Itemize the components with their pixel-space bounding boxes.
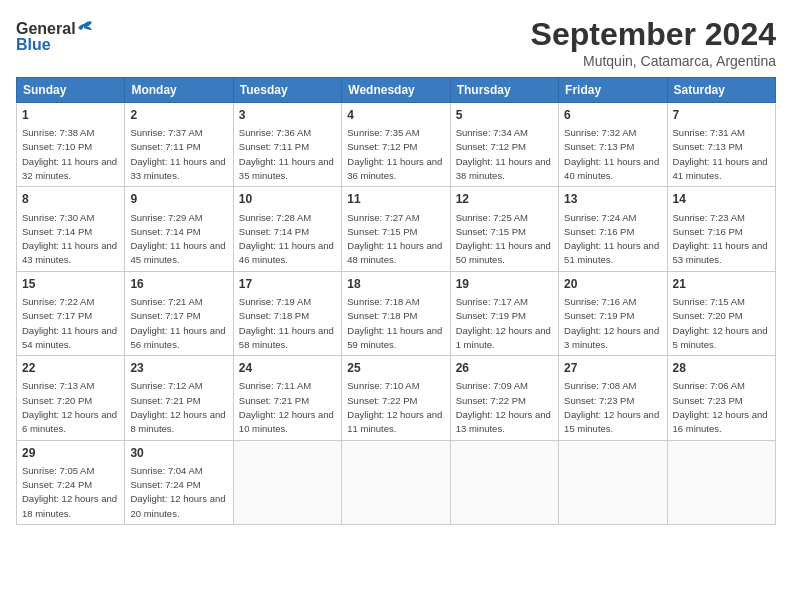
- day-of-week-header: Friday: [559, 78, 667, 103]
- svg-text:General: General: [16, 20, 76, 37]
- calendar-day-cell: 5 Sunrise: 7:34 AMSunset: 7:12 PMDayligh…: [450, 103, 558, 187]
- calendar-day-cell: 2 Sunrise: 7:37 AMSunset: 7:11 PMDayligh…: [125, 103, 233, 187]
- day-number: 26: [456, 360, 553, 376]
- calendar-day-cell: 15 Sunrise: 7:22 AMSunset: 7:17 PMDaylig…: [17, 271, 125, 355]
- calendar-day-cell: 20 Sunrise: 7:16 AMSunset: 7:19 PMDaylig…: [559, 271, 667, 355]
- day-number: 19: [456, 276, 553, 292]
- day-info: Sunrise: 7:31 AMSunset: 7:13 PMDaylight:…: [673, 127, 768, 181]
- calendar-day-cell: 22 Sunrise: 7:13 AMSunset: 7:20 PMDaylig…: [17, 356, 125, 440]
- calendar-day-cell: 26 Sunrise: 7:09 AMSunset: 7:22 PMDaylig…: [450, 356, 558, 440]
- day-number: 14: [673, 191, 770, 207]
- calendar-day-cell: 13 Sunrise: 7:24 AMSunset: 7:16 PMDaylig…: [559, 187, 667, 271]
- calendar-day-cell: 18 Sunrise: 7:18 AMSunset: 7:18 PMDaylig…: [342, 271, 450, 355]
- calendar-header-row: SundayMondayTuesdayWednesdayThursdayFrid…: [17, 78, 776, 103]
- calendar-week-row: 8 Sunrise: 7:30 AMSunset: 7:14 PMDayligh…: [17, 187, 776, 271]
- day-of-week-header: Sunday: [17, 78, 125, 103]
- day-info: Sunrise: 7:19 AMSunset: 7:18 PMDaylight:…: [239, 296, 334, 350]
- day-info: Sunrise: 7:16 AMSunset: 7:19 PMDaylight:…: [564, 296, 659, 350]
- day-info: Sunrise: 7:27 AMSunset: 7:15 PMDaylight:…: [347, 212, 442, 266]
- day-number: 7: [673, 107, 770, 123]
- day-info: Sunrise: 7:29 AMSunset: 7:14 PMDaylight:…: [130, 212, 225, 266]
- day-info: Sunrise: 7:38 AMSunset: 7:10 PMDaylight:…: [22, 127, 117, 181]
- day-info: Sunrise: 7:10 AMSunset: 7:22 PMDaylight:…: [347, 380, 442, 434]
- day-number: 25: [347, 360, 444, 376]
- day-info: Sunrise: 7:32 AMSunset: 7:13 PMDaylight:…: [564, 127, 659, 181]
- calendar-day-cell: 17 Sunrise: 7:19 AMSunset: 7:18 PMDaylig…: [233, 271, 341, 355]
- day-number: 27: [564, 360, 661, 376]
- day-info: Sunrise: 7:18 AMSunset: 7:18 PMDaylight:…: [347, 296, 442, 350]
- day-number: 21: [673, 276, 770, 292]
- day-of-week-header: Saturday: [667, 78, 775, 103]
- day-of-week-header: Thursday: [450, 78, 558, 103]
- calendar-day-cell: [559, 440, 667, 524]
- day-of-week-header: Tuesday: [233, 78, 341, 103]
- day-number: 30: [130, 445, 227, 461]
- day-number: 20: [564, 276, 661, 292]
- day-number: 18: [347, 276, 444, 292]
- calendar-week-row: 15 Sunrise: 7:22 AMSunset: 7:17 PMDaylig…: [17, 271, 776, 355]
- day-info: Sunrise: 7:08 AMSunset: 7:23 PMDaylight:…: [564, 380, 659, 434]
- logo-text: General Blue: [16, 16, 96, 60]
- day-info: Sunrise: 7:36 AMSunset: 7:11 PMDaylight:…: [239, 127, 334, 181]
- day-number: 22: [22, 360, 119, 376]
- calendar-day-cell: 24 Sunrise: 7:11 AMSunset: 7:21 PMDaylig…: [233, 356, 341, 440]
- day-info: Sunrise: 7:35 AMSunset: 7:12 PMDaylight:…: [347, 127, 442, 181]
- calendar-day-cell: [667, 440, 775, 524]
- day-number: 4: [347, 107, 444, 123]
- day-info: Sunrise: 7:04 AMSunset: 7:24 PMDaylight:…: [130, 465, 225, 519]
- calendar-week-row: 1 Sunrise: 7:38 AMSunset: 7:10 PMDayligh…: [17, 103, 776, 187]
- calendar-day-cell: 10 Sunrise: 7:28 AMSunset: 7:14 PMDaylig…: [233, 187, 341, 271]
- calendar-day-cell: 21 Sunrise: 7:15 AMSunset: 7:20 PMDaylig…: [667, 271, 775, 355]
- day-info: Sunrise: 7:06 AMSunset: 7:23 PMDaylight:…: [673, 380, 768, 434]
- calendar-day-cell: 3 Sunrise: 7:36 AMSunset: 7:11 PMDayligh…: [233, 103, 341, 187]
- day-number: 16: [130, 276, 227, 292]
- day-number: 15: [22, 276, 119, 292]
- calendar-day-cell: 28 Sunrise: 7:06 AMSunset: 7:23 PMDaylig…: [667, 356, 775, 440]
- calendar-day-cell: 1 Sunrise: 7:38 AMSunset: 7:10 PMDayligh…: [17, 103, 125, 187]
- day-info: Sunrise: 7:09 AMSunset: 7:22 PMDaylight:…: [456, 380, 551, 434]
- day-number: 5: [456, 107, 553, 123]
- day-info: Sunrise: 7:34 AMSunset: 7:12 PMDaylight:…: [456, 127, 551, 181]
- title-block: September 2024 Mutquin, Catamarca, Argen…: [531, 16, 776, 69]
- day-info: Sunrise: 7:05 AMSunset: 7:24 PMDaylight:…: [22, 465, 117, 519]
- calendar-day-cell: 7 Sunrise: 7:31 AMSunset: 7:13 PMDayligh…: [667, 103, 775, 187]
- calendar-day-cell: 9 Sunrise: 7:29 AMSunset: 7:14 PMDayligh…: [125, 187, 233, 271]
- page-header: General Blue September 2024 Mutquin, Cat…: [16, 16, 776, 69]
- day-of-week-header: Wednesday: [342, 78, 450, 103]
- day-number: 23: [130, 360, 227, 376]
- calendar-day-cell: [342, 440, 450, 524]
- day-info: Sunrise: 7:21 AMSunset: 7:17 PMDaylight:…: [130, 296, 225, 350]
- day-number: 13: [564, 191, 661, 207]
- day-number: 3: [239, 107, 336, 123]
- calendar-day-cell: 12 Sunrise: 7:25 AMSunset: 7:15 PMDaylig…: [450, 187, 558, 271]
- calendar-day-cell: 30 Sunrise: 7:04 AMSunset: 7:24 PMDaylig…: [125, 440, 233, 524]
- day-number: 2: [130, 107, 227, 123]
- calendar-week-row: 29 Sunrise: 7:05 AMSunset: 7:24 PMDaylig…: [17, 440, 776, 524]
- day-info: Sunrise: 7:15 AMSunset: 7:20 PMDaylight:…: [673, 296, 768, 350]
- calendar-day-cell: 4 Sunrise: 7:35 AMSunset: 7:12 PMDayligh…: [342, 103, 450, 187]
- day-number: 17: [239, 276, 336, 292]
- day-info: Sunrise: 7:28 AMSunset: 7:14 PMDaylight:…: [239, 212, 334, 266]
- day-of-week-header: Monday: [125, 78, 233, 103]
- day-number: 6: [564, 107, 661, 123]
- day-number: 11: [347, 191, 444, 207]
- calendar-day-cell: 8 Sunrise: 7:30 AMSunset: 7:14 PMDayligh…: [17, 187, 125, 271]
- day-info: Sunrise: 7:13 AMSunset: 7:20 PMDaylight:…: [22, 380, 117, 434]
- calendar-day-cell: [233, 440, 341, 524]
- calendar-day-cell: [450, 440, 558, 524]
- calendar-day-cell: 27 Sunrise: 7:08 AMSunset: 7:23 PMDaylig…: [559, 356, 667, 440]
- day-number: 24: [239, 360, 336, 376]
- day-number: 9: [130, 191, 227, 207]
- day-info: Sunrise: 7:11 AMSunset: 7:21 PMDaylight:…: [239, 380, 334, 434]
- calendar-day-cell: 19 Sunrise: 7:17 AMSunset: 7:19 PMDaylig…: [450, 271, 558, 355]
- calendar-week-row: 22 Sunrise: 7:13 AMSunset: 7:20 PMDaylig…: [17, 356, 776, 440]
- day-number: 10: [239, 191, 336, 207]
- day-info: Sunrise: 7:25 AMSunset: 7:15 PMDaylight:…: [456, 212, 551, 266]
- day-number: 29: [22, 445, 119, 461]
- day-info: Sunrise: 7:12 AMSunset: 7:21 PMDaylight:…: [130, 380, 225, 434]
- day-info: Sunrise: 7:23 AMSunset: 7:16 PMDaylight:…: [673, 212, 768, 266]
- day-info: Sunrise: 7:22 AMSunset: 7:17 PMDaylight:…: [22, 296, 117, 350]
- location-subtitle: Mutquin, Catamarca, Argentina: [531, 53, 776, 69]
- calendar-day-cell: 23 Sunrise: 7:12 AMSunset: 7:21 PMDaylig…: [125, 356, 233, 440]
- calendar-day-cell: 11 Sunrise: 7:27 AMSunset: 7:15 PMDaylig…: [342, 187, 450, 271]
